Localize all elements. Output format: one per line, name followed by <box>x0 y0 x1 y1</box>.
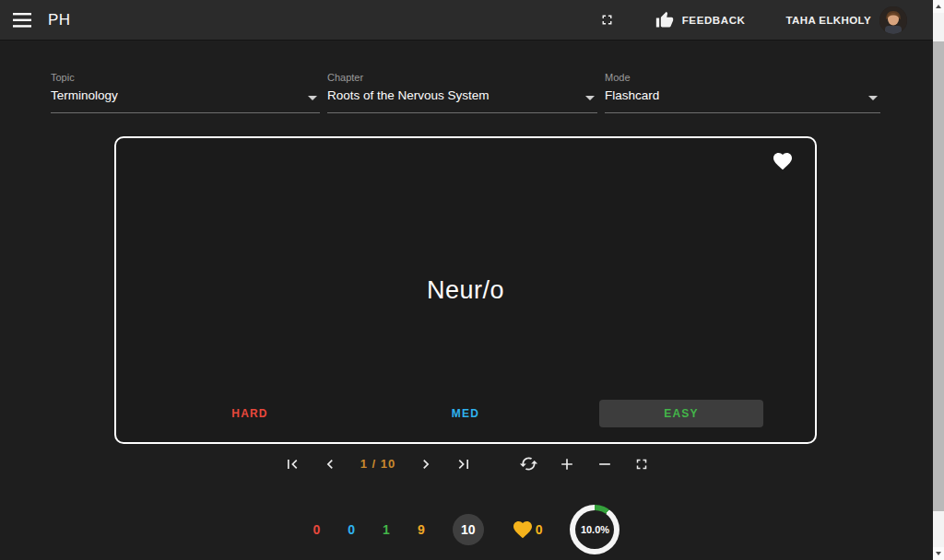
user-menu[interactable]: TAHA ELKHOLY <box>785 6 907 34</box>
feedback-label: FEEDBACK <box>682 15 746 26</box>
page-indicator: 1 / 10 <box>359 457 398 471</box>
mode-label: Mode <box>605 72 880 83</box>
first-page-icon[interactable] <box>283 455 301 473</box>
scroll-up-icon[interactable] <box>933 0 944 13</box>
topic-label: Topic <box>51 72 320 83</box>
chevron-down-icon <box>868 96 878 100</box>
favorites-stat: 0 <box>512 519 543 541</box>
remaining-count: 9 <box>418 522 425 537</box>
chevron-down-icon <box>308 96 317 100</box>
easy-count: 1 <box>383 522 390 537</box>
app-bar-actions: FEEDBACK TAHA ELKHOLY <box>599 6 907 34</box>
fullscreen-card-icon[interactable] <box>633 456 650 472</box>
mode-value: Flashcard <box>605 88 659 102</box>
hard-count: 0 <box>313 522 321 537</box>
chapter-label: Chapter <box>327 72 597 83</box>
progress-percent: 10.0% <box>575 510 614 549</box>
heart-icon <box>512 519 534 541</box>
app-title: PH <box>48 11 71 29</box>
app-bar: PH FEEDBACK TAHA ELKHOLY <box>0 0 933 41</box>
card-term: Neur/o <box>116 138 815 442</box>
user-name: TAHA ELKHOLY <box>785 15 871 26</box>
progress-ring: 10.0% <box>570 505 620 554</box>
topic-value: Terminology <box>51 88 118 102</box>
chapter-select[interactable]: Chapter Roots of the Nervous System <box>327 72 597 113</box>
scroll-down-icon[interactable] <box>933 547 944 560</box>
chapter-value: Roots of the Nervous System <box>327 88 490 102</box>
topic-select[interactable]: Topic Terminology <box>51 72 320 113</box>
menu-icon[interactable] <box>13 13 31 28</box>
total-count-badge: 10 <box>453 514 484 545</box>
favorite-count: 0 <box>536 522 543 537</box>
stats-bar: 0 0 1 9 10 0 10.0% <box>0 505 933 554</box>
chevron-right-icon[interactable] <box>417 455 435 473</box>
feedback-button[interactable]: FEEDBACK <box>655 11 746 29</box>
fullscreen-icon[interactable] <box>599 12 615 28</box>
easy-button[interactable]: EASY <box>599 400 763 427</box>
minus-icon[interactable] <box>596 455 614 473</box>
med-count: 0 <box>348 522 355 537</box>
filter-bar: Topic Terminology Chapter Roots of the N… <box>51 72 880 113</box>
vertical-scrollbar[interactable] <box>933 0 944 560</box>
last-page-icon[interactable] <box>454 455 473 473</box>
scrollbar-thumb[interactable] <box>933 41 944 511</box>
mode-select[interactable]: Mode Flashcard <box>605 72 880 113</box>
difficulty-buttons: HARD MED EASY <box>116 400 815 427</box>
sync-icon[interactable] <box>519 454 538 473</box>
hard-button[interactable]: HARD <box>168 400 332 427</box>
plus-icon[interactable] <box>558 455 576 473</box>
card-navigation: 1 / 10 <box>0 454 933 473</box>
flashcard[interactable]: Neur/o HARD MED EASY <box>114 136 817 444</box>
thumb-up-icon <box>655 11 674 29</box>
avatar <box>879 6 907 34</box>
chevron-down-icon <box>585 96 595 100</box>
med-button[interactable]: MED <box>384 400 548 427</box>
chevron-left-icon[interactable] <box>321 455 339 473</box>
